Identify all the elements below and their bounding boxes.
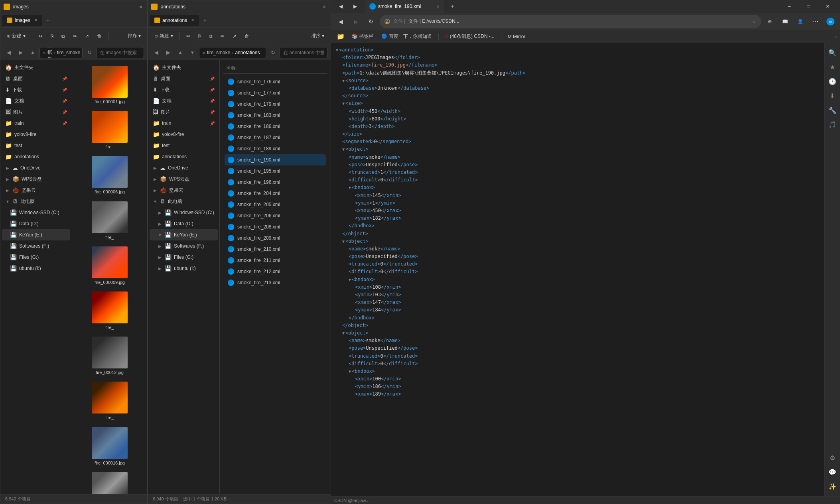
ann-sidebar-ubuntu[interactable]: ▶ 💾 ubuntu (I:) <box>150 263 218 274</box>
sidebar-thispc[interactable]: ▼ 🖥 此电脑 <box>2 196 70 207</box>
ann-up-btn[interactable]: ▲ <box>175 47 185 58</box>
browser-profile-btn[interactable]: 👤 <box>794 15 806 28</box>
ann-back-btn[interactable]: ◀ <box>151 47 162 58</box>
images-tab-close[interactable]: ✕ <box>34 18 37 22</box>
browser-copilot-btn[interactable]: ✨ <box>826 480 839 493</box>
ann-forward-btn[interactable]: ▶ <box>163 47 174 58</box>
file-fire2[interactable]: fire_ <box>75 108 144 152</box>
refresh-btn[interactable]: ↻ <box>84 47 95 58</box>
ann-sidebar-datad[interactable]: ▶ 💾 Data (D:) <box>150 218 218 229</box>
browser-edge-btn[interactable]: e <box>824 15 837 28</box>
ann-sidebar-filesg[interactable]: ▶ 💾 Files (G:) <box>150 252 218 263</box>
file-fire4[interactable]: fire_ <box>75 199 144 242</box>
file-187[interactable]: smoke_fire_187.xml <box>225 132 326 143</box>
file-213[interactable]: smoke_fire_213.xml <box>225 277 326 288</box>
minimize-btn[interactable]: – <box>780 0 799 13</box>
ann-refresh-btn[interactable]: ↻ <box>268 47 278 58</box>
delete-btn[interactable]: 🗑 <box>94 30 105 42</box>
ann-sidebar-test[interactable]: 📁 test <box>150 140 218 151</box>
file-195[interactable]: smoke_fire_195.xml <box>225 165 326 177</box>
browser-toolbar-forward[interactable]: ▶ <box>349 15 362 28</box>
file-189[interactable]: smoke_fire_189.xml <box>225 143 326 154</box>
file-183[interactable]: smoke_fire_183.xml <box>225 110 326 121</box>
browser-back-btn[interactable]: ◀ <box>334 0 347 13</box>
forward-btn disabled[interactable]: ▶ <box>16 47 26 58</box>
ann-sidebar-train[interactable]: 📁 train 📌 <box>150 118 218 129</box>
sidebar-windows-ssd[interactable]: 💾 Windows-SSD (C:) <box>2 207 70 218</box>
browser-tab-close[interactable]: ✕ <box>436 4 440 9</box>
sidebar-ubuntu-i[interactable]: 💾 ubuntu (I:) <box>2 263 70 274</box>
ann-sort-btn[interactable]: 排序 ▾ <box>308 30 327 42</box>
new-btn[interactable]: ⊕ 新建 ▾ <box>4 30 29 42</box>
browser-reading-btn[interactable]: 📖 <box>779 15 791 28</box>
file-fire00012[interactable]: fire_00012.jpg <box>75 334 144 378</box>
browser-favorites-icon-btn[interactable]: ★ <box>826 61 839 73</box>
sidebar-keyan-e[interactable]: 💾 KeYan (E:) <box>2 229 70 240</box>
ann-sidebar-softwares[interactable]: ▶ 💾 Softwares (F:) <box>150 240 218 252</box>
images-close-btn[interactable]: ✕ <box>138 4 144 10</box>
back-btn[interactable]: ◀ <box>4 47 14 58</box>
cut-btn[interactable]: ✂ <box>35 30 46 42</box>
file-fire10[interactable]: fire_ <box>75 470 144 494</box>
file-196[interactable]: smoke_fire_196.xml <box>225 177 326 188</box>
file-fire000001[interactable]: fire_000001.jpg <box>75 63 144 107</box>
sidebar-documents[interactable]: 📄 文档 📌 <box>2 95 70 106</box>
ann-sidebar-pictures[interactable]: 🖼 图片 📌 <box>150 106 218 118</box>
sidebar-home[interactable]: 🏠 主文件夹 <box>2 62 70 73</box>
file-212[interactable]: smoke_fire_212.xml <box>225 266 326 277</box>
browser-tab[interactable]: smoke_fire_190.xml ✕ <box>365 0 444 13</box>
ann-rename-btn[interactable]: ✏ <box>217 30 228 42</box>
file-fire8[interactable]: fire_ <box>75 379 144 423</box>
browser-toolbar-refresh[interactable]: ↻ <box>365 15 377 28</box>
ann-tab-new[interactable]: + <box>200 17 210 24</box>
ann-new-btn[interactable]: ⊕ 新建 ▾ <box>151 30 176 42</box>
file-190[interactable]: smoke_fire_190.xml <box>225 154 326 165</box>
browser-apps-icon-btn[interactable]: 🎵 <box>826 118 839 131</box>
browser-search-icon-btn[interactable]: 🔍 <box>826 46 839 59</box>
ann-sidebar-desktop[interactable]: 🖥 桌面 📌 <box>150 73 218 84</box>
ann-tab-close[interactable]: ✕ <box>191 18 194 22</box>
ann-close-btn[interactable]: ✕ <box>321 4 327 10</box>
file-fire6[interactable]: fire_ <box>75 289 144 333</box>
ann-sidebar-documents[interactable]: 📄 文档 📌 <box>150 95 218 106</box>
sidebar-wps[interactable]: ▶ 📦 WPS云盘 <box>2 173 70 185</box>
sidebar-jiguocloud[interactable]: ▶ 🌰 坚果云 <box>2 185 70 196</box>
browser-downloads-icon-btn[interactable]: ⬇ <box>826 89 839 102</box>
browser-history-icon-btn[interactable]: 🕐 <box>826 75 839 88</box>
sidebar-test[interactable]: 📁 test <box>2 140 70 151</box>
bookmark-baidu[interactable]: 🔵 百度一下，你就知道 <box>378 32 435 41</box>
ann-sidebar-onedrive[interactable]: ▶ ☁ OneDrive <box>150 162 218 173</box>
up-btn[interactable]: ▲ <box>28 47 38 58</box>
browser-addressbar[interactable]: 🔒 文件 | 文件 | E:/works/CSDN... ☆ <box>380 15 761 28</box>
ann-sidebar-jianguo[interactable]: ▶ 🌰 坚果云 <box>150 185 218 196</box>
ann-copy-btn[interactable]: ⎘ <box>195 30 204 42</box>
ann-sidebar-yolov8[interactable]: 📁 yolov8-fire <box>150 129 218 140</box>
sidebar-annotations[interactable]: 📁 annotations <box>2 151 70 162</box>
file-186[interactable]: smoke_fire_186.xml <box>225 121 326 132</box>
file-179[interactable]: smoke_fire_179.xml <box>225 98 326 110</box>
file-209[interactable]: smoke_fire_209.xml <box>225 232 326 244</box>
ann-search-input[interactable] <box>280 47 327 58</box>
star-icon[interactable]: ☆ <box>752 19 756 24</box>
browser-collection-btn[interactable]: ⊕ <box>763 15 776 28</box>
bookmark-mirror[interactable]: M Mirror <box>505 32 529 41</box>
ann-sidebar-keyan[interactable]: ▼ 💾 KeYan (E:) <box>150 229 218 240</box>
sort-btn[interactable]: 排序 ▾ <box>124 30 144 42</box>
browser-settings-icon-btn[interactable]: ⚙ <box>826 451 839 464</box>
ann-cut-btn[interactable]: ✂ <box>183 30 193 42</box>
sidebar-desktop[interactable]: 🖥 桌面 📌 <box>2 73 70 84</box>
ann-sidebar-wps[interactable]: ▶ 📦 WPS云盘 <box>150 173 218 185</box>
sidebar-data-d[interactable]: 💾 Data (D:) <box>2 218 70 229</box>
browser-close-btn[interactable]: ✕ <box>818 0 837 13</box>
maximize-btn[interactable]: □ <box>799 0 818 13</box>
bookmark-csdn[interactable]: C (48条消息) CSDN -... <box>442 32 498 41</box>
file-205[interactable]: smoke_fire_205.xml <box>225 199 326 210</box>
file-206[interactable]: smoke_fire_206.xml <box>225 210 326 221</box>
images-tab[interactable]: images ✕ <box>2 15 42 26</box>
browser-tools-icon-btn[interactable]: 🔧 <box>826 104 839 116</box>
browser-toolbar-back[interactable]: ◀ <box>334 15 347 28</box>
ann-sidebar-home[interactable]: 🏠 主文件夹 <box>150 62 218 73</box>
ann-share-btn[interactable]: ↗ <box>229 30 240 42</box>
bookmark-shuzhan[interactable]: 📚 书签栏 <box>349 32 377 41</box>
file-208[interactable]: smoke_fire_208.xml <box>225 221 326 232</box>
